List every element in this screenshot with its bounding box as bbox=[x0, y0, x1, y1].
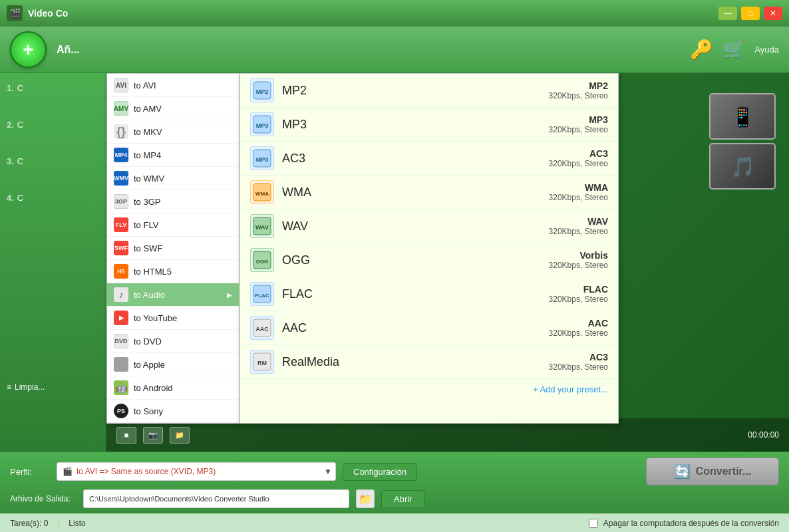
add-preset-button[interactable]: + Add your preset... bbox=[240, 379, 618, 400]
format-item-ogg[interactable]: OGG OGG Vorbis 320Kbps, Stereo bbox=[240, 243, 618, 277]
realmedia-details: AC3 320Kbps, Stereo bbox=[549, 352, 608, 372]
convert-icon: 🔄 bbox=[674, 464, 691, 479]
preview-image-2: 🎵 bbox=[709, 143, 776, 190]
app-icon: 🎬 bbox=[7, 5, 23, 21]
flac-label: FLAC bbox=[282, 287, 541, 301]
status-text: Listo bbox=[69, 519, 85, 528]
mp3-details: MP3 320Kbps, Stereo bbox=[549, 114, 608, 134]
flac-format-icon: FLAC bbox=[250, 282, 274, 306]
open-folder-button[interactable]: 📁 bbox=[170, 427, 190, 444]
content-area: 1. C 2. C 3. C 4. C ≡ Limpia... bbox=[0, 73, 789, 452]
stop-button[interactable]: ■ bbox=[116, 427, 136, 444]
minimize-button[interactable]: — bbox=[718, 7, 737, 20]
menu-item-android[interactable]: 🤖 to Android bbox=[107, 376, 239, 400]
mp2-details: MP2 320Kbps, Stereo bbox=[549, 80, 608, 100]
time-display: 00:00:00 bbox=[748, 430, 779, 440]
format-item-wma[interactable]: WMA WMA WMA 320Kbps, Stereo bbox=[240, 176, 618, 209]
mkv-icon: {} bbox=[114, 124, 128, 139]
title-bar: 🎬 Video Co — □ ✕ bbox=[0, 0, 789, 27]
svg-text:WMA: WMA bbox=[255, 191, 269, 197]
wav-label: WAV bbox=[282, 219, 541, 233]
shutdown-checkbox[interactable] bbox=[589, 519, 598, 528]
format-item-aac[interactable]: AAC AAC AAC 320Kbps, Stereo bbox=[240, 311, 618, 345]
main-area: + Añ... 🔑 🛒 Ayuda 1. C 2. C 3. C 4. bbox=[0, 27, 789, 532]
aac-label: AAC bbox=[282, 321, 541, 335]
menu-item-html5[interactable]: H5 to HTML5 bbox=[107, 260, 239, 283]
wma-details: WMA 320Kbps, Stereo bbox=[549, 182, 608, 202]
format-item-mp2[interactable]: MP2 MP2 MP2 320Kbps, Stereo bbox=[240, 74, 618, 108]
menu-item-youtube[interactable]: ▶ to YouTube bbox=[107, 307, 239, 330]
swf-icon: SWF bbox=[114, 241, 128, 255]
status-right: Apagar la computadora después de la conv… bbox=[589, 519, 779, 528]
maximize-button[interactable]: □ bbox=[741, 7, 760, 20]
mp2-format-icon: MP2 bbox=[250, 78, 274, 102]
menu-item-mp4[interactable]: MP4 to MP4 bbox=[107, 144, 239, 167]
menu-item-sony[interactable]: PS to Sony bbox=[107, 400, 239, 423]
cart-icon[interactable]: 🛒 bbox=[723, 39, 744, 60]
wav-details: WAV 320Kbps, Stereo bbox=[549, 216, 608, 236]
menu-item-wmv[interactable]: WMV to WMV bbox=[107, 167, 239, 190]
ayuda-menu[interactable]: Ayuda bbox=[754, 45, 779, 55]
profile-row: Perfil: 🎬 to AVI => Same as source (XVID… bbox=[10, 458, 779, 485]
output-row: Arhivo de Salida: C:\Users\Uptodown\Docu… bbox=[10, 489, 779, 508]
avi-icon: AVI bbox=[114, 78, 128, 92]
close-button[interactable]: ✕ bbox=[764, 7, 782, 20]
profile-select[interactable]: 🎬 to AVI => Same as source (XVID, MP3) ▼ bbox=[57, 462, 336, 481]
format-item-flac[interactable]: FLAC FLAC FLAC 320Kbps, Stereo bbox=[240, 277, 618, 311]
menu-item-dvd[interactable]: DVD to DVD bbox=[107, 330, 239, 353]
convert-button[interactable]: 🔄 Convertir... bbox=[646, 458, 779, 485]
dropdown-container: AVI to AVI AMV to AMV {} to MKV MP4 to M… bbox=[106, 73, 619, 424]
android-icon: 🤖 bbox=[114, 380, 128, 395]
format-item-mp3[interactable]: MP3 MP3 MP3 320Kbps, Stereo bbox=[240, 108, 618, 142]
svg-text:WAV: WAV bbox=[255, 224, 269, 231]
svg-text:FLAC: FLAC bbox=[255, 293, 269, 299]
step-2: 2. C bbox=[7, 120, 99, 130]
svg-text:MP2: MP2 bbox=[256, 88, 269, 95]
menu-item-3gp[interactable]: 3GP to 3GP bbox=[107, 190, 239, 213]
shutdown-label: Apagar la computadora después de la conv… bbox=[603, 519, 779, 528]
wmv-icon: WMV bbox=[114, 171, 128, 186]
menu-item-avi[interactable]: AVI to AVI bbox=[107, 74, 239, 97]
ogg-label: OGG bbox=[282, 253, 541, 267]
abrir-button[interactable]: Abrir bbox=[381, 490, 424, 508]
ogg-details: Vorbis 320Kbps, Stereo bbox=[549, 250, 608, 270]
svg-text:MP3: MP3 bbox=[256, 156, 269, 163]
snapshot-button[interactable]: 📷 bbox=[143, 427, 163, 444]
flv-icon: FLV bbox=[114, 217, 128, 232]
status-bar: Tarea(s): 0 Listo Apagar la computadora … bbox=[0, 513, 789, 532]
mp3-label: MP3 bbox=[282, 118, 541, 132]
browse-folder-button[interactable]: 📁 bbox=[356, 489, 375, 508]
profile-value: to AVI => Same as source (XVID, MP3) bbox=[77, 467, 216, 476]
clean-button[interactable]: ≡ Limpia... bbox=[7, 382, 45, 392]
tasks-count: Tarea(s): 0 bbox=[10, 519, 48, 528]
preview-images: 📱 🎵 bbox=[709, 93, 776, 190]
menu-item-audio[interactable]: ♪ to Audio ▶ bbox=[107, 283, 239, 307]
mp2-label: MP2 bbox=[282, 84, 541, 98]
menu-item-swf[interactable]: SWF to SWF bbox=[107, 237, 239, 260]
key-icon[interactable]: 🔑 bbox=[690, 39, 713, 61]
config-button[interactable]: Configuración bbox=[343, 463, 417, 481]
ac3-label: AC3 bbox=[282, 152, 541, 166]
add-button[interactable]: + bbox=[10, 31, 47, 68]
title-bar-left: 🎬 Video Co bbox=[7, 5, 68, 21]
format-item-wav[interactable]: WAV WAV WAV 320Kbps, Stereo bbox=[240, 209, 618, 243]
wma-label: WMA bbox=[282, 186, 541, 200]
menu-item-apple[interactable]: to Apple bbox=[107, 353, 239, 376]
aac-format-icon: AAC bbox=[250, 316, 274, 340]
dvd-icon: DVD bbox=[114, 334, 128, 348]
menu-item-amv[interactable]: AMV to AMV bbox=[107, 97, 239, 120]
apple-icon bbox=[114, 357, 128, 372]
amv-icon: AMV bbox=[114, 101, 128, 116]
menu-item-mkv[interactable]: {} to MKV bbox=[107, 120, 239, 144]
format-item-realmedia[interactable]: RM RealMedia AC3 320Kbps, Stereo bbox=[240, 345, 618, 379]
html5-icon: H5 bbox=[114, 264, 128, 279]
step-3: 3. C bbox=[7, 156, 99, 166]
svg-text:OGG: OGG bbox=[256, 259, 269, 265]
3gp-icon: 3GP bbox=[114, 194, 128, 209]
format-item-ac3[interactable]: MP3 AC3 AC3 320Kbps, Stereo bbox=[240, 142, 618, 176]
profile-icon: 🎬 bbox=[63, 467, 73, 476]
menu-item-flv[interactable]: FLV to FLV bbox=[107, 213, 239, 237]
output-path: C:\Users\Uptodown\Documents\Video Conver… bbox=[83, 489, 349, 508]
bottom-bar: Perfil: 🎬 to AVI => Same as source (XVID… bbox=[0, 452, 789, 513]
profile-label: Perfil: bbox=[10, 467, 50, 477]
